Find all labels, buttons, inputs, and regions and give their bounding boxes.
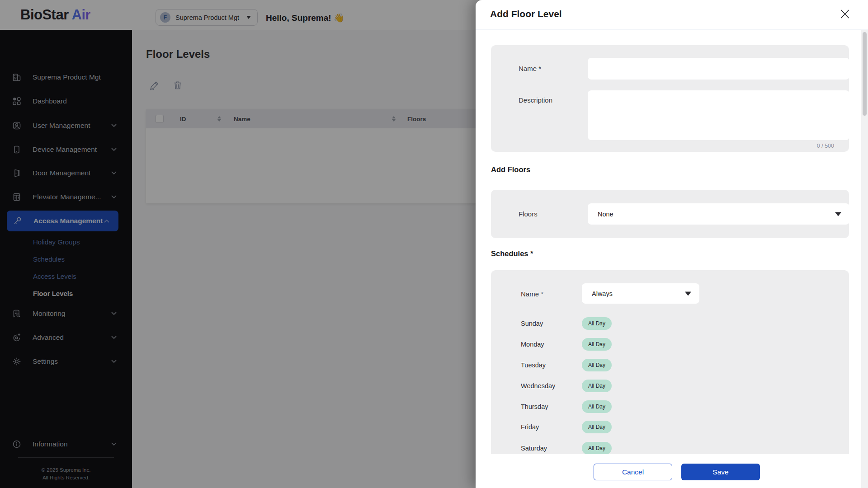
floors-field-label: Floors [519,210,538,218]
all-day-badge: All Day [582,400,612,413]
all-day-badge: All Day [582,442,612,454]
close-icon[interactable] [838,7,852,21]
add-floor-level-panel: Add Floor Level Name * Description 0 / 5… [476,0,868,488]
day-label-friday: Friday [521,423,539,431]
day-label-thursday: Thursday [521,403,548,410]
day-label-monday: Monday [521,341,544,348]
schedules-section: Name * Always Sunday All Day Monday All … [491,270,849,454]
character-counter: 0 / 500 [817,143,834,149]
chevron-down-icon [685,291,691,296]
floors-section: Floors None [491,190,849,238]
all-day-badge: All Day [582,359,612,371]
all-day-badge: All Day [582,380,612,392]
description-field-label: Description [519,96,552,104]
schedule-select-value: Always [592,290,613,297]
all-day-badge: All Day [582,317,612,330]
name-input[interactable] [588,58,849,80]
day-label-sunday: Sunday [521,320,543,327]
panel-header: Add Floor Level [476,0,868,29]
name-description-section: Name * Description 0 / 500 [491,45,849,152]
panel-scrollbar-thumb[interactable] [863,32,867,116]
panel-scrollbar-track[interactable] [861,30,868,488]
panel-title: Add Floor Level [490,9,562,19]
all-day-badge: All Day [582,421,612,433]
name-field-label: Name * [519,65,541,72]
chevron-down-icon [835,212,841,216]
day-label-saturday: Saturday [521,445,547,452]
day-label-wednesday: Wednesday [521,382,555,389]
app-root: BioStar Air F Suprema Product Mgt Hello,… [0,0,868,488]
save-button[interactable]: Save [681,464,760,480]
all-day-badge: All Day [582,338,612,351]
schedules-heading: Schedules * [491,249,533,258]
day-label-tuesday: Tuesday [521,361,546,369]
floors-select-value: None [598,211,613,218]
add-floors-heading: Add Floors [491,165,530,174]
schedule-name-label: Name * [521,290,543,298]
cancel-button[interactable]: Cancel [594,464,672,480]
schedule-name-select[interactable]: Always [582,283,699,304]
floors-select[interactable]: None [588,203,849,225]
panel-footer: Cancel Save [476,455,861,488]
description-textarea[interactable] [588,90,849,140]
